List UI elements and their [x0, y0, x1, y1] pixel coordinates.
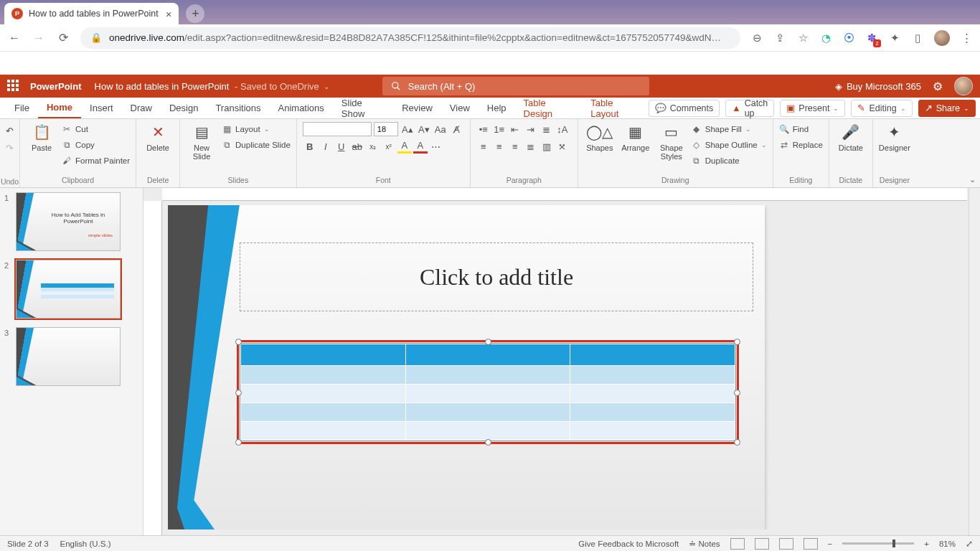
shape-styles-button[interactable]: ▭Shape Styles: [656, 122, 687, 161]
resize-handle[interactable]: [235, 339, 242, 345]
format-painter-button[interactable]: 🖌Format Painter: [62, 154, 130, 168]
new-tab-button[interactable]: +: [186, 4, 204, 23]
redo-icon[interactable]: ↷: [3, 141, 17, 155]
font-name-input[interactable]: [303, 122, 372, 136]
dictate-button[interactable]: 🎤Dictate: [835, 122, 867, 152]
settings-gear-icon[interactable]: ⚙: [933, 80, 943, 93]
shrink-font-icon[interactable]: A▾: [417, 122, 431, 136]
zoom-in-icon[interactable]: +: [924, 540, 929, 548]
app-brand[interactable]: PowerPoint: [30, 81, 82, 92]
justify-icon[interactable]: ≣: [524, 139, 538, 154]
title-placeholder[interactable]: Click to add title: [240, 242, 753, 311]
font-size-input[interactable]: 18: [374, 122, 398, 136]
tab-table-design[interactable]: Table Design: [515, 98, 583, 118]
tab-help[interactable]: Help: [479, 98, 515, 118]
duplicate-slide-button[interactable]: ⧉Duplicate Slide: [222, 138, 291, 152]
comments-button[interactable]: 💬Comments: [649, 100, 720, 117]
tab-table-layout[interactable]: Table Layout: [582, 98, 648, 118]
numbering-icon[interactable]: 1≡: [492, 122, 507, 136]
share-button[interactable]: ↗Share⌄: [918, 100, 976, 117]
extension-1-icon[interactable]: ◔: [819, 32, 832, 44]
vertical-scrollbar[interactable]: [969, 188, 980, 535]
chrome-menu-icon[interactable]: ⋮: [960, 32, 973, 44]
clear-format-icon[interactable]: A̸: [450, 122, 464, 136]
resize-handle[interactable]: [734, 339, 740, 345]
ribbon-collapse-chevron-icon[interactable]: ⌄: [969, 175, 976, 184]
nav-forward-icon[interactable]: →: [32, 32, 46, 44]
smartart-icon[interactable]: ⤧: [555, 139, 570, 154]
resize-handle[interactable]: [734, 439, 740, 446]
find-button[interactable]: 🔍Find: [779, 122, 823, 136]
tab-draw[interactable]: Draw: [122, 98, 161, 118]
sorter-view-icon[interactable]: [755, 538, 769, 550]
bold-icon[interactable]: B: [303, 139, 317, 154]
resize-handle[interactable]: [235, 390, 242, 396]
layout-button[interactable]: ▦Layout⌄: [222, 122, 291, 136]
nav-reload-icon[interactable]: ⟳: [56, 31, 70, 44]
sidepanel-icon[interactable]: ▯: [911, 32, 924, 44]
tab-view[interactable]: View: [441, 98, 479, 118]
slide-thumbnail-3[interactable]: [16, 327, 121, 386]
columns-icon[interactable]: ▥: [540, 139, 554, 154]
line-spacing-icon[interactable]: ≣: [540, 122, 554, 136]
outdent-icon[interactable]: ⇤: [508, 122, 522, 136]
align-right-icon[interactable]: ≡: [508, 139, 522, 154]
address-bar[interactable]: 🔒 onedrive.live.com /edit.aspx?action=ed…: [80, 27, 740, 49]
tab-animations[interactable]: Animations: [270, 98, 333, 118]
tab-slideshow[interactable]: Slide Show: [333, 98, 393, 118]
slide-thumbnail-1[interactable]: How to Add Tables in PowerPoint simple s…: [16, 192, 121, 251]
resize-handle[interactable]: [734, 390, 740, 396]
tab-close-icon[interactable]: ×: [166, 8, 172, 20]
nav-back-icon[interactable]: ←: [7, 32, 22, 44]
shape-fill-button[interactable]: ◆Shape Fill⌄: [692, 122, 767, 136]
search-box[interactable]: Search (Alt + Q): [382, 77, 649, 95]
delete-button[interactable]: ✕ Delete: [142, 122, 174, 152]
share-page-icon[interactable]: ⇪: [773, 32, 786, 44]
reading-view-icon[interactable]: [779, 538, 793, 550]
tab-review[interactable]: Review: [393, 98, 441, 118]
present-button[interactable]: ▣Present⌄: [780, 100, 845, 117]
browser-tab-active[interactable]: P How to add tables in PowerPoint ×: [4, 3, 179, 24]
table-selection[interactable]: [237, 340, 739, 444]
bullets-icon[interactable]: •≡: [476, 122, 491, 136]
tab-home[interactable]: Home: [38, 98, 81, 118]
replace-button[interactable]: ⇄Replace: [779, 138, 823, 152]
zoom-percent[interactable]: 81%: [939, 540, 956, 548]
cut-button[interactable]: ✂Cut: [62, 122, 130, 136]
new-slide-button[interactable]: ▤ New Slide: [186, 122, 217, 161]
extension-3-icon[interactable]: ✽: [865, 32, 878, 44]
buy-m365-button[interactable]: ◈ Buy Microsoft 365: [835, 81, 921, 92]
extensions-puzzle-icon[interactable]: ✦: [888, 32, 901, 44]
slideshow-view-icon[interactable]: [804, 538, 818, 550]
tab-design[interactable]: Design: [161, 98, 207, 118]
resize-handle[interactable]: [235, 439, 242, 446]
chrome-profile-avatar[interactable]: [934, 30, 950, 46]
resize-handle[interactable]: [485, 339, 491, 345]
extension-2-icon[interactable]: ⦿: [842, 32, 855, 44]
grow-font-icon[interactable]: A▴: [400, 122, 415, 136]
tab-file[interactable]: File: [6, 98, 38, 118]
align-center-icon[interactable]: ≡: [492, 139, 507, 154]
font-color-icon[interactable]: A: [413, 139, 428, 154]
paste-button[interactable]: 📋 Paste: [26, 122, 57, 152]
resize-handle[interactable]: [485, 439, 491, 446]
arrange-button[interactable]: ▦Arrange: [620, 122, 651, 152]
italic-icon[interactable]: I: [319, 139, 333, 154]
undo-icon[interactable]: ↶: [3, 123, 17, 138]
shape-outline-button[interactable]: ◇Shape Outline⌄: [692, 138, 767, 152]
tab-transitions[interactable]: Transitions: [207, 98, 269, 118]
inserted-table[interactable]: [240, 344, 735, 441]
slide-canvas[interactable]: Click to add title: [168, 205, 765, 529]
catch-up-button[interactable]: ▲Catch up: [725, 100, 774, 117]
app-launcher-icon[interactable]: [7, 80, 20, 93]
document-name[interactable]: How to add tables in PowerPoint: [95, 81, 230, 92]
duplicate-shape-button[interactable]: ⧉Duplicate: [692, 154, 767, 168]
highlight-icon[interactable]: A: [397, 139, 412, 154]
zoom-icon[interactable]: ⊖: [750, 32, 763, 44]
shapes-button[interactable]: ◯△Shapes: [584, 122, 616, 152]
zoom-slider[interactable]: [842, 542, 914, 545]
align-left-icon[interactable]: ≡: [476, 139, 491, 154]
normal-view-icon[interactable]: [730, 538, 745, 550]
bookmark-star-icon[interactable]: ☆: [796, 32, 809, 44]
language-indicator[interactable]: English (U.S.): [60, 540, 111, 548]
